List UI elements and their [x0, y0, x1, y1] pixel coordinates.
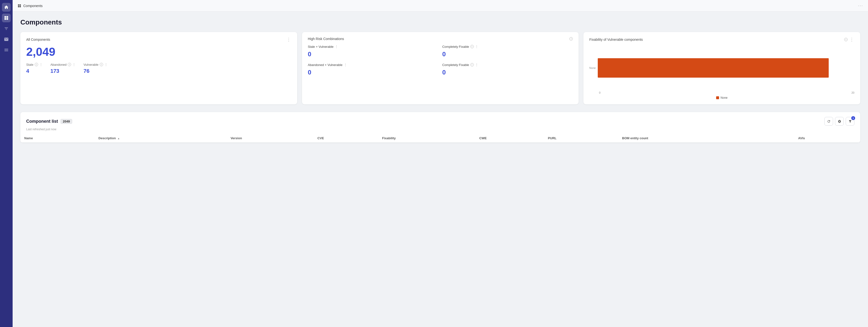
risk-av-value: 0 — [308, 69, 438, 76]
abandoned-menu-icon[interactable]: ⋮ — [72, 63, 76, 66]
vulnerable-value: 76 — [84, 68, 108, 74]
high-risk-info-icon[interactable]: i — [569, 37, 573, 40]
vulnerable-info-icon[interactable]: i — [100, 63, 103, 66]
risk-cf1-menu-icon[interactable]: ⋮ — [475, 44, 478, 49]
fixability-info-icon[interactable]: i — [844, 38, 848, 41]
list-title-row: Component list 2049 — [26, 119, 72, 124]
list-subtitle: Last refreshed just now — [20, 128, 860, 134]
col-cwe[interactable]: CWE — [475, 134, 544, 143]
all-components-total: 2,049 — [26, 46, 291, 58]
risk-stale-vulnerable-value: 0 — [308, 51, 438, 58]
stale-label: Stale — [26, 63, 33, 66]
cards-row: All Components ⋮ 2,049 Stale i ⋮ 4 — [20, 32, 860, 104]
topbar-title-container: Components — [18, 4, 42, 8]
all-components-title: All Components — [26, 38, 50, 41]
all-components-metrics: Stale i ⋮ 4 Abandoned i ⋮ 173 — [26, 63, 291, 74]
filter-badge: 1 — [851, 116, 855, 120]
page-title: Components — [20, 19, 860, 26]
component-list-section: Component list 2049 1 — [20, 112, 860, 143]
risk-av-label: Abandoned + Vulnerable — [308, 63, 343, 67]
risk-completely-fixable-1: Completely Fixable i ⋮ 0 — [442, 44, 573, 58]
fixability-chart: None 0 20 None — [589, 46, 855, 99]
fixability-menu-icon[interactable]: ⋮ — [849, 37, 855, 42]
list-actions: 1 — [824, 117, 855, 126]
abandoned-value: 173 — [51, 68, 76, 74]
legend-dot-none — [716, 96, 719, 99]
description-sort-icon: ▲ — [117, 137, 120, 140]
sidebar-icon-dashboard[interactable] — [2, 13, 11, 22]
abandoned-label: Abandoned — [51, 63, 67, 66]
risk-av-menu-icon[interactable]: ⋮ — [344, 63, 347, 67]
stale-value: 4 — [26, 68, 43, 74]
risk-stale-vulnerable: Stale + Vulnerable ⋮ 0 — [308, 44, 438, 58]
chart-legend: None — [589, 96, 855, 99]
risk-abandoned-vulnerable: Abandoned + Vulnerable ⋮ 0 — [308, 63, 438, 76]
components-table: Name Description ▲ Version CVE — [20, 134, 860, 143]
list-count-badge: 2049 — [60, 119, 72, 124]
content-area: Components All Components ⋮ 2,049 Stale … — [12, 12, 868, 327]
sidebar — [0, 0, 12, 327]
topbar: Components ··· — [12, 0, 868, 12]
stale-info-icon[interactable]: i — [35, 63, 38, 66]
sidebar-icon-inbox[interactable] — [2, 35, 11, 44]
settings-button[interactable] — [835, 117, 844, 126]
risk-completely-fixable-2: Completely Fixable i ⋮ 0 — [442, 63, 573, 76]
metric-abandoned: Abandoned i ⋮ 173 — [51, 63, 76, 74]
risk-grid: Stale + Vulnerable ⋮ 0 Completely Fixabl… — [308, 44, 573, 76]
risk-sv-menu-icon[interactable]: ⋮ — [335, 44, 338, 49]
list-header: Component list 2049 1 — [20, 112, 860, 128]
high-risk-header: High Risk Combinations i — [308, 37, 573, 41]
vulnerable-label: Vulnerable — [84, 63, 98, 66]
sidebar-icon-list[interactable] — [2, 46, 11, 54]
col-bom-entity-count[interactable]: BOM entity count — [618, 134, 794, 143]
topbar-more-icon[interactable]: ··· — [858, 3, 863, 8]
col-cve[interactable]: CVE — [314, 134, 378, 143]
chart-y-label: None — [589, 66, 595, 69]
metric-stale: Stale i ⋮ 4 — [26, 63, 43, 74]
col-avis[interactable]: AVIs — [794, 134, 860, 143]
col-name[interactable]: Name — [20, 134, 95, 143]
abandoned-info-icon[interactable]: i — [68, 63, 71, 66]
all-components-card: All Components ⋮ 2,049 Stale i ⋮ 4 — [20, 32, 297, 104]
fixability-header: Fixability of Vulnerable components i ⋮ — [589, 37, 855, 42]
high-risk-card: High Risk Combinations i Stale + Vulnera… — [302, 32, 579, 104]
table-header-row: Name Description ▲ Version CVE — [20, 134, 860, 143]
risk-cf2-menu-icon[interactable]: ⋮ — [475, 63, 478, 67]
all-components-menu[interactable]: ⋮ — [286, 37, 291, 42]
stale-menu-icon[interactable]: ⋮ — [39, 63, 43, 66]
col-version[interactable]: Version — [226, 134, 313, 143]
risk-cf1-value: 0 — [442, 51, 573, 58]
risk-cf2-value: 0 — [442, 69, 573, 76]
all-components-header: All Components ⋮ — [26, 37, 291, 42]
chart-x-0: 0 — [599, 91, 600, 94]
chart-x-20: 20 — [851, 91, 855, 94]
col-description[interactable]: Description ▲ — [95, 134, 227, 143]
legend-label-none: None — [720, 96, 727, 99]
sidebar-icon-home[interactable] — [2, 3, 11, 12]
risk-cf2-info-icon[interactable]: i — [470, 63, 474, 66]
metric-vulnerable: Vulnerable i ⋮ 76 — [84, 63, 108, 74]
chart-x-axis: 0 20 — [589, 90, 855, 94]
high-risk-title: High Risk Combinations — [308, 37, 344, 41]
risk-cf2-label: Completely Fixable — [442, 63, 469, 67]
grid-icon — [18, 4, 21, 8]
sidebar-icon-filter[interactable] — [2, 24, 11, 33]
risk-cf1-label: Completely Fixable — [442, 45, 469, 49]
table-container: Name Description ▲ Version CVE — [20, 134, 860, 143]
fixability-title: Fixability of Vulnerable components — [589, 38, 643, 41]
chart-bar-none — [598, 58, 829, 78]
fixability-card: Fixability of Vulnerable components i ⋮ … — [583, 32, 860, 104]
risk-cf1-info-icon[interactable]: i — [470, 45, 474, 48]
list-title: Component list — [26, 119, 58, 124]
col-purl[interactable]: PURL — [544, 134, 618, 143]
vulnerable-menu-icon[interactable]: ⋮ — [104, 63, 108, 66]
topbar-title: Components — [23, 4, 42, 8]
filter-button[interactable]: 1 — [846, 117, 855, 126]
col-fixability[interactable]: Fixability — [378, 134, 475, 143]
table-header: Name Description ▲ Version CVE — [20, 134, 860, 143]
main-area: Components ··· Components All Components… — [12, 0, 868, 327]
refresh-button[interactable] — [824, 117, 833, 126]
risk-stale-vulnerable-label: Stale + Vulnerable — [308, 45, 334, 49]
